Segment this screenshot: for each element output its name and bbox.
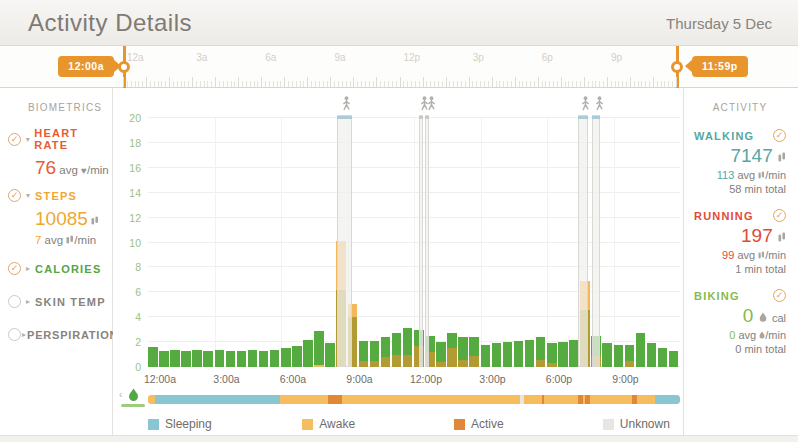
steps-bar[interactable] (458, 337, 468, 367)
range-start-handle[interactable]: 12:00a (58, 56, 114, 77)
steps-bar[interactable] (669, 351, 679, 367)
range-end-knob[interactable] (671, 61, 683, 73)
steps-bar[interactable] (536, 337, 546, 367)
steps-bar[interactable] (381, 337, 391, 367)
steps-bar[interactable] (170, 350, 180, 367)
steps-bar[interactable] (270, 350, 280, 367)
state-segment-awake (524, 395, 542, 404)
steps-bar[interactable] (514, 341, 524, 367)
calories-checkbox-icon[interactable]: ✓ (8, 262, 21, 275)
timeline-tick (442, 81, 443, 87)
y-tick-label: 20 (115, 112, 141, 124)
timeline-tick (634, 81, 635, 87)
steps-bar[interactable] (281, 348, 291, 367)
steps-label: STEPS (35, 190, 77, 202)
biking-avg-value: 0 (729, 329, 735, 341)
per-min-label: /min (765, 249, 786, 261)
steps-bar[interactable] (314, 331, 324, 367)
steps-bar[interactable] (481, 345, 491, 367)
timeline-tick (526, 81, 527, 87)
steps-bar[interactable] (203, 351, 213, 367)
steps-bar[interactable] (447, 333, 457, 367)
steps-bar[interactable] (259, 351, 269, 367)
y-tick-label: 4 (115, 311, 141, 323)
steps-bar[interactable] (492, 343, 502, 367)
time-range-slider[interactable]: 12:00a 11:59p 12a3a6a9a12p3p6p9p (0, 46, 798, 88)
timeline-tick (557, 81, 558, 87)
steps-bar[interactable] (503, 342, 513, 367)
steps-toggle[interactable]: ✓ ▾ STEPS (8, 189, 112, 202)
bar-segment-green (170, 350, 180, 367)
steps-bar[interactable] (625, 345, 635, 367)
walking-value: 7147 (730, 145, 772, 166)
bar-segment-green (248, 350, 258, 367)
timeline-tick (292, 81, 293, 87)
chevron-right-icon[interactable]: ▸ (22, 330, 26, 339)
chevron-right-icon[interactable]: ▸ (22, 297, 34, 306)
chevron-down-icon[interactable]: ▾ (22, 191, 34, 200)
perspiration-toggle[interactable]: ✓ ▸ PERSPIRATION (8, 328, 112, 341)
running-avg-value: 99 (722, 249, 734, 261)
unknown-activity-band (419, 115, 423, 367)
steps-bar[interactable] (602, 343, 612, 367)
bar-segment-olive (381, 357, 391, 367)
steps-bar-chart[interactable] (148, 118, 680, 367)
walking-avg-value: 113 (717, 169, 735, 181)
per-min-label: /min (87, 164, 109, 176)
heart-rate-checkbox-icon[interactable]: ✓ (8, 133, 21, 146)
steps-bar[interactable] (181, 351, 191, 367)
biking-value: 0 (743, 305, 754, 326)
steps-bar[interactable] (658, 348, 668, 367)
steps-bar[interactable] (547, 343, 557, 367)
chevron-right-icon[interactable]: ▸ (22, 264, 34, 273)
steps-bar[interactable] (436, 342, 446, 367)
steps-bar[interactable] (292, 346, 302, 367)
x-tick-label: 6:00a (280, 373, 306, 385)
perspiration-checkbox-icon[interactable]: ✓ (8, 328, 21, 341)
steps-bar[interactable] (192, 350, 202, 367)
timeline-tick (215, 77, 216, 87)
steps-bar[interactable] (215, 350, 225, 367)
steps-bar[interactable] (614, 345, 624, 367)
steps-bar[interactable] (303, 340, 313, 367)
walking-checkbox-icon[interactable]: ✓ (773, 129, 786, 142)
heart-rate-toggle[interactable]: ✓ ▾ HEART RATE (8, 127, 112, 151)
steps-bar[interactable] (392, 333, 402, 367)
steps-bar[interactable] (525, 340, 535, 367)
steps-bar[interactable] (469, 337, 479, 367)
steps-bar[interactable] (159, 351, 169, 367)
steps-bar[interactable] (403, 328, 413, 367)
running-checkbox-icon[interactable]: ✓ (773, 209, 786, 222)
walking-person-icon (341, 96, 352, 115)
bar-segment-green (359, 341, 369, 361)
strip-metric-control[interactable]: ‹ (119, 388, 145, 408)
skin-temp-checkbox-icon[interactable]: ✓ (8, 295, 21, 308)
range-end-handle[interactable]: 11:59p (692, 56, 748, 77)
bar-segment-green (602, 343, 612, 367)
steps-bar[interactable] (325, 343, 335, 367)
steps-bar[interactable] (248, 350, 258, 367)
timeline-tick (419, 81, 420, 87)
chevron-left-icon[interactable]: ‹ (119, 389, 122, 400)
walking-person-icon (419, 96, 437, 115)
steps-bar[interactable] (237, 351, 247, 367)
heart-rate-values: 76 avg ♥/min (35, 157, 112, 179)
steps-bar[interactable] (359, 341, 369, 367)
bar-segment-green (536, 337, 546, 359)
activity-details-page: Activity Details Thursday 5 Dec 12:00a 1… (0, 0, 798, 442)
steps-bar[interactable] (636, 333, 646, 367)
timeline-tick (588, 81, 589, 87)
chevron-down-icon[interactable]: ▾ (22, 135, 33, 144)
biking-checkbox-icon[interactable]: ✓ (773, 289, 786, 302)
steps-bar[interactable] (558, 342, 568, 367)
steps-bar[interactable] (226, 351, 236, 367)
band-cap (419, 116, 423, 119)
timeline-tick (350, 81, 351, 87)
steps-bar[interactable] (647, 343, 657, 367)
steps-bar[interactable] (370, 341, 380, 367)
timeline-tick (284, 77, 285, 87)
skin-temp-toggle[interactable]: ✓ ▸ SKIN TEMP (8, 295, 112, 308)
steps-bar[interactable] (148, 347, 158, 367)
calories-toggle[interactable]: ✓ ▸ CALORIES (8, 262, 112, 275)
steps-checkbox-icon[interactable]: ✓ (8, 189, 21, 202)
